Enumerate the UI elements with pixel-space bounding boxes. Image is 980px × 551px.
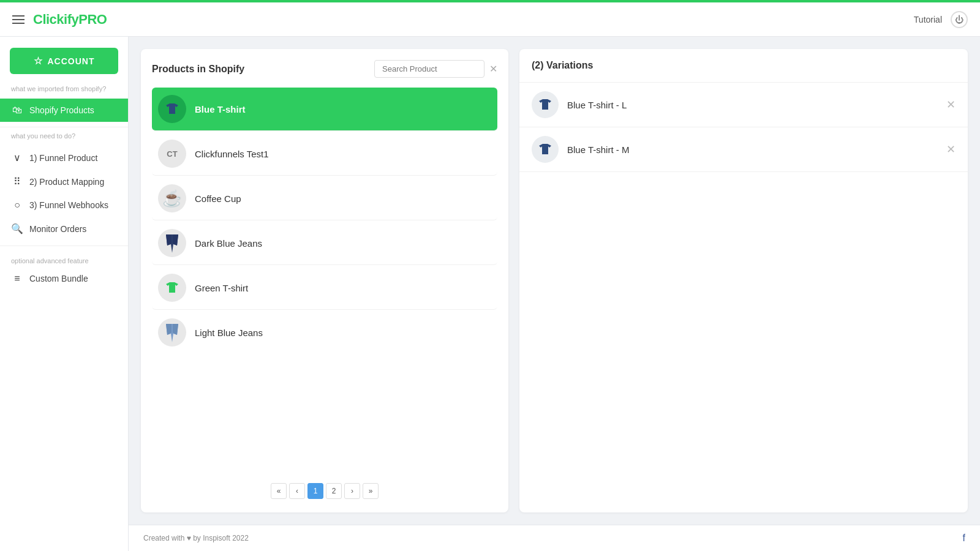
page-1-button[interactable]: 1 <box>307 483 323 499</box>
variations-panel: (2) Variations Blue T-shirt - L ✕ <box>519 49 968 512</box>
page-first-button[interactable]: « <box>271 483 287 499</box>
variation-remove-l[interactable]: ✕ <box>946 98 956 111</box>
variation-item-blue-tshirt-l: Blue T-shirt - L ✕ <box>519 83 968 127</box>
sidebar-item-funnel-webhooks[interactable]: ○ 3) Funnel Webhooks <box>0 193 128 217</box>
product-item-blue-tshirt[interactable]: Blue T-shirt <box>152 88 497 131</box>
need-to-do-label: what you need to do? <box>0 132 128 140</box>
chevron-down-icon: ∨ <box>11 152 23 163</box>
page-next-button[interactable]: › <box>344 483 360 499</box>
variation-avatar-m <box>532 136 559 163</box>
variation-item-blue-tshirt-m: Blue T-shirt - M ✕ <box>519 127 968 172</box>
products-panel: Products in Shopify ✕ Blue <box>141 49 508 512</box>
variations-header: (2) Variations <box>519 49 968 83</box>
search-input[interactable] <box>374 60 484 78</box>
product-name-clickfunnels: Clickfunnels Test1 <box>195 149 269 159</box>
product-avatar-light-jeans <box>158 318 186 347</box>
account-button[interactable]: ☆ ACCOUNT <box>10 48 118 74</box>
search-wrapper: ✕ <box>374 60 497 78</box>
product-avatar-clickfunnels: CT <box>158 140 186 168</box>
sidebar-divider-1 <box>0 127 128 127</box>
sidebar-divider-2 <box>0 246 128 246</box>
product-avatar-coffee: ☕ <box>158 184 186 212</box>
sidebar-item-custom-bundle[interactable]: ≡ Custom Bundle <box>0 267 128 290</box>
tutorial-button[interactable]: Tutorial <box>914 15 942 24</box>
product-item-coffee-cup[interactable]: ☕ Coffee Cup <box>152 177 497 220</box>
optional-label: optional advanced feature <box>0 251 128 267</box>
search-icon: 🔍 <box>11 223 23 234</box>
brand-logo: ClickifyPRO <box>33 12 107 28</box>
circle-icon: ○ <box>11 200 23 211</box>
page-2-button[interactable]: 2 <box>326 483 342 499</box>
footer: Created with ♥ by Inspisoft 2022 f <box>129 525 980 551</box>
products-title: Products in Shopify <box>152 64 244 75</box>
page-last-button[interactable]: » <box>363 483 379 499</box>
sidebar: ☆ ACCOUNT what we imported from shopify?… <box>0 37 129 551</box>
pagination: « ‹ 1 2 › » <box>152 474 497 501</box>
product-avatar-blue-tshirt <box>158 95 186 123</box>
search-clear-icon[interactable]: ✕ <box>489 63 497 75</box>
star-icon: ☆ <box>34 55 43 67</box>
grid-icon: ⠿ <box>11 176 23 187</box>
topbar: ClickifyPRO Tutorial ⏻ <box>0 2 980 37</box>
footer-text: Created with ♥ by Inspisoft 2022 <box>143 534 249 542</box>
menu-icon[interactable] <box>12 15 24 24</box>
variation-name-m: Blue T-shirt - M <box>567 144 938 155</box>
sidebar-item-funnel-product[interactable]: ∨ 1) Funnel Product <box>0 146 128 170</box>
product-name-coffee: Coffee Cup <box>195 193 241 204</box>
topbar-right: Tutorial ⏻ <box>914 11 968 28</box>
facebook-icon[interactable]: f <box>963 533 965 544</box>
variation-name-l: Blue T-shirt - L <box>567 100 938 110</box>
layout: ☆ ACCOUNT what we imported from shopify?… <box>0 37 980 551</box>
product-name-green-tshirt: Green T-shirt <box>195 283 248 293</box>
shopify-icon: 🛍 <box>11 105 23 116</box>
sidebar-item-product-mapping[interactable]: ⠿ 2) Product Mapping <box>0 170 128 193</box>
imported-label: what we imported from shopify? <box>0 85 128 92</box>
product-avatar-dark-jeans <box>158 229 186 257</box>
variation-avatar-l <box>532 91 559 118</box>
product-item-dark-blue-jeans[interactable]: Dark Blue Jeans <box>152 222 497 265</box>
main-content: Products in Shopify ✕ Blue <box>129 37 980 525</box>
sidebar-item-monitor-orders[interactable]: 🔍 Monitor Orders <box>0 217 128 241</box>
product-avatar-green-tshirt <box>158 274 186 302</box>
product-item-light-blue-jeans[interactable]: Light Blue Jeans <box>152 311 497 354</box>
sidebar-item-shopify-products[interactable]: 🛍 Shopify Products <box>0 99 128 122</box>
product-item-green-tshirt[interactable]: Green T-shirt <box>152 266 497 310</box>
page-prev-button[interactable]: ‹ <box>289 483 305 499</box>
products-header: Products in Shopify ✕ <box>152 60 497 78</box>
product-name-blue-tshirt: Blue T-shirt <box>195 104 246 114</box>
power-icon[interactable]: ⏻ <box>951 11 968 28</box>
product-name-light-jeans: Light Blue Jeans <box>195 328 263 338</box>
product-list: Blue T-shirt CT Clickfunnels Test1 ☕ Cof… <box>152 88 497 474</box>
list-icon: ≡ <box>11 273 23 284</box>
variation-remove-m[interactable]: ✕ <box>946 143 956 156</box>
product-name-dark-jeans: Dark Blue Jeans <box>195 238 262 249</box>
product-item-clickfunnels-test1[interactable]: CT Clickfunnels Test1 <box>152 132 497 176</box>
